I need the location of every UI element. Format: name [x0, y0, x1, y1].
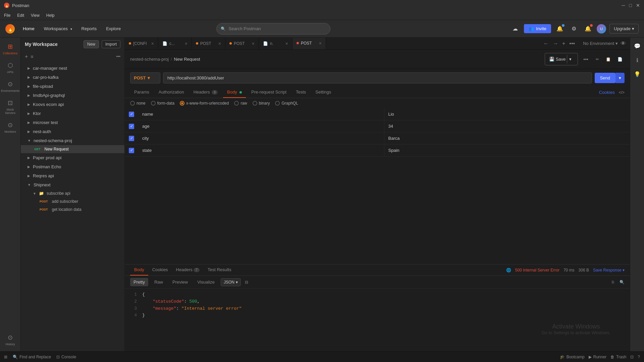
- tab-close-icon[interactable]: ×: [151, 41, 154, 46]
- response-tab-cookies[interactable]: Cookies: [148, 264, 172, 276]
- tab-c[interactable]: 📄 c... ×: [158, 38, 192, 49]
- form-value-state[interactable]: Spain: [384, 144, 630, 156]
- menu-view[interactable]: View: [31, 13, 40, 18]
- save-button-group[interactable]: 💾 Save ▾: [545, 53, 578, 65]
- collection-item-ktor[interactable]: ▶ Ktor: [21, 109, 124, 118]
- format-tab-visualize[interactable]: Visualize: [194, 278, 218, 286]
- bootcamp-button[interactable]: 🎓 Bootcamp: [560, 355, 585, 359]
- filter-icon[interactable]: ⊟: [245, 280, 248, 285]
- code-snippet-icon[interactable]: </>: [619, 90, 625, 95]
- tab-authorization[interactable]: Authorization: [155, 87, 188, 98]
- search-response-icon[interactable]: 🔍: [620, 280, 625, 285]
- body-option-form-data[interactable]: form-data: [151, 101, 174, 106]
- tab-close-icon[interactable]: ×: [285, 41, 288, 46]
- maximize-button[interactable]: □: [629, 3, 632, 8]
- sidebar-icon-monitors[interactable]: ⊙ Monitors: [1, 119, 19, 136]
- request-item-get-location[interactable]: POST get location data: [21, 205, 124, 214]
- bell-icon-btn[interactable]: 🔔: [554, 23, 565, 34]
- collection-item-file-upload[interactable]: ▶ file-upload: [21, 82, 124, 91]
- minimize-button[interactable]: ─: [622, 3, 625, 8]
- more-options-btn[interactable]: •••: [581, 55, 591, 63]
- comments-icon-btn[interactable]: 💬: [632, 40, 643, 52]
- checkbox-state[interactable]: ✓: [129, 148, 134, 153]
- body-option-none[interactable]: none: [130, 101, 146, 106]
- notification-icon-btn[interactable]: 🔔: [583, 23, 593, 34]
- nav-reports[interactable]: Reports: [77, 24, 101, 33]
- nav-back-icon[interactable]: ←: [542, 39, 550, 48]
- checkbox-age[interactable]: ✓: [129, 124, 134, 129]
- close-button[interactable]: ✕: [636, 3, 640, 8]
- collection-item-paper[interactable]: ▶ Paper prod api: [21, 153, 124, 162]
- collection-item-reqres[interactable]: ▶ Reqres api: [21, 171, 124, 180]
- code-icon-btn[interactable]: 📄: [615, 56, 625, 63]
- nav-workspaces[interactable]: Workspaces ▾: [40, 24, 76, 33]
- form-key-state[interactable]: state: [138, 144, 384, 156]
- form-value-name[interactable]: Lio: [384, 108, 630, 120]
- form-key-city[interactable]: city: [138, 132, 384, 144]
- row-check-age[interactable]: ✓: [125, 124, 138, 129]
- sort-icon[interactable]: ≡: [31, 54, 33, 59]
- trash-button[interactable]: 🗑 Trash: [610, 355, 626, 359]
- collection-item-microser[interactable]: ▶ microser test: [21, 118, 124, 127]
- response-tab-headers[interactable]: Headers 7: [172, 264, 204, 276]
- more-options-icon[interactable]: •••: [116, 54, 120, 59]
- tab-close-icon[interactable]: ×: [252, 41, 255, 46]
- checkbox-city[interactable]: ✓: [129, 136, 134, 141]
- menu-file[interactable]: File: [4, 13, 10, 18]
- sidebar-toggle-btn[interactable]: ⊞: [4, 355, 7, 359]
- tab-close-icon[interactable]: ×: [185, 41, 187, 46]
- eye-icon[interactable]: 👁: [619, 39, 627, 48]
- request-item-new-request[interactable]: GET New Request: [21, 145, 124, 153]
- nav-explore[interactable]: Explore: [102, 24, 125, 33]
- url-input[interactable]: [163, 72, 592, 83]
- runner-button[interactable]: ▶ Runner: [589, 355, 606, 359]
- avatar[interactable]: U: [597, 24, 606, 34]
- body-option-graphql[interactable]: GraphQL: [275, 101, 298, 106]
- invite-button[interactable]: 👥 Invite: [524, 24, 551, 33]
- sidebar-icon-mock-servers[interactable]: ⊡ Mock Servers: [1, 97, 19, 117]
- sidebar-icon-apis[interactable]: ⬡ APIs: [1, 59, 19, 76]
- lightbulb-icon-btn[interactable]: 💡: [632, 68, 643, 80]
- request-item-add-subscriber[interactable]: POST add subscriber: [21, 197, 124, 205]
- expand-icon-btn[interactable]: ⊡: [630, 355, 634, 359]
- row-check-name[interactable]: ✓: [125, 112, 138, 117]
- nav-forward-icon[interactable]: →: [551, 39, 559, 48]
- response-tab-test-results[interactable]: Test Results: [204, 264, 235, 276]
- format-type-select[interactable]: JSON ▾: [221, 278, 241, 286]
- form-key-name[interactable]: name: [138, 108, 384, 120]
- collection-item-shipnext[interactable]: ▼ Shipnext: [21, 180, 124, 189]
- find-replace-button[interactable]: 🔍 Find and Replace: [13, 355, 51, 359]
- body-option-binary[interactable]: binary: [253, 101, 270, 106]
- console-button[interactable]: ⊡ Console: [56, 355, 76, 359]
- collection-item-car-pro-kafka[interactable]: ▶ car-pro-kafka: [21, 73, 124, 82]
- search-bar[interactable]: 🔍 Search Postman: [216, 23, 330, 35]
- collection-item-nested-schema[interactable]: ▼ nested-schema-proj: [21, 136, 124, 145]
- info-icon-btn[interactable]: ℹ: [632, 54, 643, 66]
- tab-params[interactable]: Params: [130, 87, 153, 98]
- folder-item-subscribe-api[interactable]: ▼ 📁 subscribe api: [21, 189, 124, 197]
- tab-post1[interactable]: POST ×: [192, 38, 225, 49]
- send-dropdown-button[interactable]: ▾: [615, 73, 625, 83]
- no-environment-select[interactable]: No Environment ▾: [583, 41, 618, 46]
- menu-edit[interactable]: Edit: [17, 13, 24, 18]
- format-tab-preview[interactable]: Preview: [169, 278, 191, 286]
- menu-help[interactable]: Help: [46, 13, 55, 18]
- import-button[interactable]: Import: [102, 40, 120, 48]
- settings-icon-btn[interactable]: ⚙: [569, 23, 579, 34]
- send-button[interactable]: Send: [595, 73, 615, 83]
- collection-item-postman-echo[interactable]: ▶ Postman Echo: [21, 162, 124, 171]
- method-select[interactable]: POST ▾: [130, 72, 160, 83]
- format-tab-raw[interactable]: Raw: [151, 278, 166, 286]
- nav-home[interactable]: Home: [19, 24, 39, 33]
- collection-item-koovs[interactable]: ▶ Koovs ecom api: [21, 100, 124, 109]
- format-tab-pretty[interactable]: Pretty: [130, 278, 148, 286]
- new-button[interactable]: New: [84, 40, 99, 48]
- collection-item-imdb[interactable]: ▶ ImdbApi-graphql: [21, 91, 124, 100]
- tab-post2[interactable]: POST ×: [225, 38, 259, 49]
- tab-pre-request[interactable]: Pre-request Script: [247, 87, 290, 98]
- help-icon-btn[interactable]: ?: [638, 355, 640, 359]
- tab-n[interactable]: 📄 n. ×: [259, 38, 292, 49]
- tab-close-icon[interactable]: ×: [218, 41, 221, 46]
- form-value-city[interactable]: Barca: [384, 132, 630, 144]
- tab-headers[interactable]: Headers 8: [190, 87, 222, 98]
